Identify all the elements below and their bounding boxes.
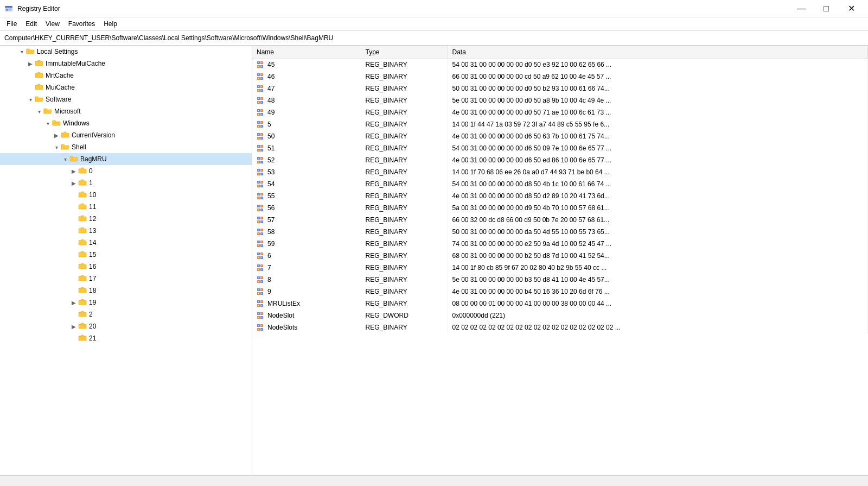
tree-node-n0[interactable]: ▶ 0	[0, 165, 252, 177]
svg-rect-180	[261, 289, 262, 290]
svg-rect-77	[258, 138, 259, 138]
tree-label: 19	[89, 299, 96, 306]
table-row[interactable]: 6REG_BINARY68 00 31 00 00 00 00 00 b2 50…	[252, 250, 868, 262]
tree-node-mui-cache[interactable]: MuiCache	[0, 81, 252, 93]
tree-node-n19[interactable]: ▶ 19	[0, 296, 252, 308]
table-row[interactable]: 51REG_BINARY54 00 31 00 00 00 00 00 d6 5…	[252, 142, 868, 154]
menu-help[interactable]: Help	[99, 17, 122, 30]
expander-icon[interactable]: ▶	[26, 61, 35, 67]
table-row[interactable]: 50REG_BINARY4e 00 31 00 00 00 00 00 d6 5…	[252, 130, 868, 142]
expander-icon[interactable]: ▶	[69, 324, 78, 330]
svg-rect-5	[35, 73, 43, 78]
table-row[interactable]: 49REG_BINARY4e 00 31 00 00 00 00 00 d0 5…	[252, 106, 868, 118]
cell-type: REG_BINARY	[361, 250, 448, 262]
registry-value-icon	[257, 168, 265, 176]
svg-rect-141	[258, 233, 259, 234]
folder-icon	[78, 250, 87, 260]
tree-node-windows[interactable]: ▾ Windows	[0, 117, 252, 129]
tree-node-bagmru[interactable]: ▾ BagMRU	[0, 153, 252, 165]
svg-rect-86	[261, 150, 262, 150]
tree-node-n17[interactable]: 17	[0, 273, 252, 285]
value-name: 59	[267, 240, 275, 248]
tree-node-n2[interactable]: 2	[0, 308, 252, 320]
table-row[interactable]: 5REG_BINARY14 00 1f 44 47 1a 03 59 72 3f…	[252, 118, 868, 130]
address-bar: Computer\HKEY_CURRENT_USER\Software\Clas…	[0, 30, 868, 46]
tree-node-n1[interactable]: ▶ 1	[0, 177, 252, 189]
tree-node-n21[interactable]: 21	[0, 332, 252, 344]
cell-data: 4e 00 31 00 00 00 00 00 b4 50 16 36 10 2…	[448, 286, 868, 298]
menu-file[interactable]: File	[2, 17, 21, 30]
table-row[interactable]: MRUListExREG_BINARY08 00 00 00 01 00 00 …	[252, 298, 868, 310]
expander-icon[interactable]: ▶	[52, 132, 61, 138]
tree-node-n12[interactable]: 12	[0, 213, 252, 225]
table-row[interactable]: 47REG_BINARY50 00 31 00 00 00 00 00 d0 5…	[252, 83, 868, 94]
tree-node-n11[interactable]: 11	[0, 201, 252, 213]
cell-type: REG_BINARY	[361, 190, 448, 202]
expander-icon[interactable]: ▾	[26, 97, 35, 103]
tree-node-n14[interactable]: 14	[0, 237, 252, 249]
table-row[interactable]: 58REG_BINARY50 00 31 00 00 00 00 00 da 5…	[252, 226, 868, 238]
table-row[interactable]: NodeSlotREG_DWORD0x000000dd (221)	[252, 310, 868, 321]
tree-label: 18	[89, 287, 96, 294]
tree-node-mrt-cache[interactable]: MrtCache	[0, 70, 252, 81]
table-row[interactable]: 46REG_BINARY66 00 31 00 00 00 00 00 cd 5…	[252, 71, 868, 83]
table-row[interactable]: 52REG_BINARY4e 00 31 00 00 00 00 00 d6 5…	[252, 154, 868, 166]
svg-rect-140	[261, 230, 262, 230]
tree-node-n10[interactable]: 10	[0, 189, 252, 201]
close-button[interactable]: ✕	[839, 0, 864, 17]
table-row[interactable]: 59REG_BINARY74 00 31 00 00 00 00 00 e2 5…	[252, 238, 868, 250]
table-row[interactable]: 48REG_BINARY5e 00 31 00 00 00 00 00 d0 5…	[252, 94, 868, 106]
svg-rect-157	[258, 257, 259, 258]
table-row[interactable]: 9REG_BINARY4e 00 31 00 00 00 00 00 b4 50…	[252, 286, 868, 298]
tree-label: 2	[89, 311, 93, 318]
tree-node-n16[interactable]: 16	[0, 261, 252, 273]
svg-rect-75	[258, 134, 259, 135]
minimize-button[interactable]: —	[789, 0, 814, 17]
expander-icon[interactable]: ▶	[69, 168, 78, 174]
expander-icon[interactable]: ▾	[17, 49, 26, 55]
table-row[interactable]: 7REG_BINARY14 00 1f 80 cb 85 9f 67 20 02…	[252, 262, 868, 274]
expander-icon[interactable]: ▾	[61, 156, 69, 162]
svg-rect-92	[261, 158, 262, 159]
expander-icon[interactable]: ▾	[52, 144, 61, 150]
cell-type: REG_BINARY	[361, 202, 448, 214]
registry-panel[interactable]: Name Type Data 45REG_BINARY54 00 31 00 0…	[252, 46, 868, 475]
maximize-button[interactable]: □	[814, 0, 839, 17]
table-row[interactable]: NodeSlotsREG_BINARY02 02 02 02 02 02 02 …	[252, 321, 868, 333]
tree-panel[interactable]: ▾ Local Settings▶ ImmutableMuiCache MrtC…	[0, 46, 252, 475]
expander-icon[interactable]: ▶	[69, 300, 78, 306]
table-row[interactable]: 54REG_BINARY54 00 31 00 00 00 00 00 d8 5…	[252, 178, 868, 190]
table-row[interactable]: 45REG_BINARY54 00 31 00 00 00 00 00 d0 5…	[252, 59, 868, 71]
tree-node-n20[interactable]: ▶ 20	[0, 320, 252, 332]
tree-node-microsoft[interactable]: ▾ Microsoft	[0, 105, 252, 117]
svg-rect-124	[261, 206, 262, 206]
main-layout: ▾ Local Settings▶ ImmutableMuiCache MrtC…	[0, 46, 868, 475]
tree-node-local-settings[interactable]: ▾ Local Settings	[0, 46, 252, 58]
tree-node-immutable-mui[interactable]: ▶ ImmutableMuiCache	[0, 58, 252, 70]
tree-node-n18[interactable]: 18	[0, 285, 252, 296]
registry-value-icon	[257, 275, 265, 284]
cell-type: REG_BINARY	[361, 298, 448, 310]
expander-icon[interactable]: ▶	[69, 180, 78, 186]
cell-name: 5	[252, 118, 361, 130]
expander-icon[interactable]: ▾	[43, 121, 52, 127]
cell-type: REG_BINARY	[361, 154, 448, 166]
expander-icon[interactable]: ▾	[35, 109, 43, 115]
tree-node-shell[interactable]: ▾ Shell	[0, 141, 252, 153]
table-row[interactable]: 57REG_BINARY66 00 32 00 dc d8 66 00 d9 5…	[252, 214, 868, 226]
menu-favorites[interactable]: Favorites	[64, 17, 99, 30]
folder-icon	[26, 47, 35, 57]
table-row[interactable]: 55REG_BINARY4e 00 31 00 00 00 00 00 d8 5…	[252, 190, 868, 202]
menu-view[interactable]: View	[41, 17, 64, 30]
tree-node-n13[interactable]: 13	[0, 225, 252, 237]
tree-node-n15[interactable]: 15	[0, 249, 252, 261]
cell-data: 54 00 31 00 00 00 00 00 d6 50 09 7e 10 0…	[448, 142, 868, 154]
tree-node-current-version[interactable]: ▶ CurrentVersion	[0, 129, 252, 141]
table-row[interactable]: 8REG_BINARY5e 00 31 00 00 00 00 00 b3 50…	[252, 274, 868, 286]
tree-node-software[interactable]: ▾ Software	[0, 93, 252, 105]
menu-edit[interactable]: Edit	[21, 17, 41, 30]
value-name: 47	[267, 85, 275, 92]
value-name: 55	[267, 192, 275, 200]
table-row[interactable]: 56REG_BINARY5a 00 31 00 00 00 00 00 d9 5…	[252, 202, 868, 214]
table-row[interactable]: 53REG_BINARY14 00 1f 70 68 06 ee 26 0a a…	[252, 166, 868, 178]
